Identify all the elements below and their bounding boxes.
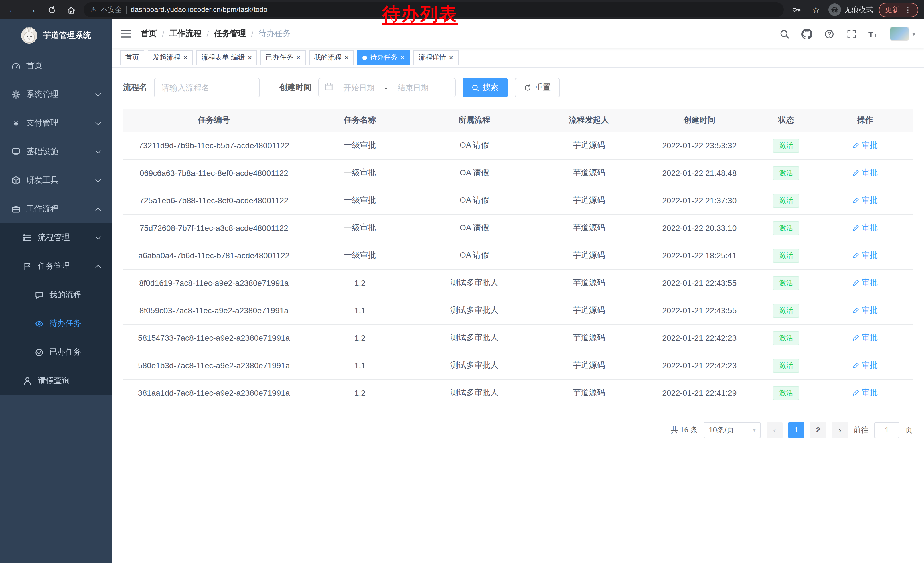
tab-process-detail[interactable]: 流程详情 × xyxy=(413,50,458,65)
date-range-picker[interactable]: - xyxy=(318,78,456,98)
approve-link[interactable]: 审批 xyxy=(852,333,878,343)
task-name: 一级审批 xyxy=(304,132,415,159)
chevron-down-icon xyxy=(95,234,101,240)
close-icon[interactable]: × xyxy=(449,54,453,61)
pagination-total: 共 16 条 xyxy=(670,425,698,435)
end-date-input[interactable] xyxy=(391,83,435,92)
bookmark-star-icon[interactable]: ☆ xyxy=(809,3,823,17)
update-button[interactable]: 更新 ⋮ xyxy=(879,3,918,17)
tab-todo-tasks[interactable]: 待办任务 × xyxy=(357,50,410,65)
breadcrumb-task-management[interactable]: 任务管理 xyxy=(214,29,246,39)
search-icon[interactable] xyxy=(778,27,791,40)
svg-text:T: T xyxy=(874,32,878,38)
breadcrumb-workflow[interactable]: 工作流程 xyxy=(170,29,201,39)
fullscreen-icon[interactable] xyxy=(845,27,858,40)
approve-link[interactable]: 审批 xyxy=(852,195,878,206)
tab-process-form-edit[interactable]: 流程表单-编辑 × xyxy=(196,50,257,65)
approve-link[interactable]: 审批 xyxy=(852,140,878,151)
browser-menu-icon[interactable]: ⋮ xyxy=(904,5,912,14)
close-icon[interactable]: × xyxy=(400,54,405,61)
search-button[interactable]: 搜索 xyxy=(463,78,508,98)
tab-label: 待办任务 xyxy=(370,53,398,62)
cube-icon xyxy=(12,176,21,185)
sidebar-item-todo-tasks[interactable]: 待办任务 xyxy=(0,309,112,338)
tab-start-process[interactable]: 发起流程 × xyxy=(148,50,193,65)
prev-page-button[interactable]: ‹ xyxy=(766,422,783,438)
active-dot xyxy=(363,55,367,60)
help-icon[interactable] xyxy=(823,27,836,40)
close-icon[interactable]: × xyxy=(183,54,188,61)
status-badge: 激活 xyxy=(773,166,800,180)
reset-button[interactable]: 重置 xyxy=(514,78,560,98)
gear-icon xyxy=(12,90,21,99)
github-icon[interactable] xyxy=(801,27,813,40)
approve-link[interactable]: 审批 xyxy=(852,305,878,315)
omnibox-divider xyxy=(126,6,127,14)
table-row: 381aa1dd-7ac8-11ec-a9e2-a2380e71991a 1.2… xyxy=(123,379,912,407)
tab-done-tasks[interactable]: 已办任务 × xyxy=(261,50,305,65)
sidebar-item-infrastructure[interactable]: 基础设施 xyxy=(0,137,112,166)
approve-link[interactable]: 审批 xyxy=(852,223,878,233)
jump-page-input[interactable] xyxy=(874,422,899,438)
start-date-input[interactable] xyxy=(337,83,381,92)
sidebar-item-my-process[interactable]: 我的流程 xyxy=(0,281,112,309)
table-row: a6aba0a4-7b6d-11ec-b781-acde48001122 一级审… xyxy=(123,242,912,269)
approve-link[interactable]: 审批 xyxy=(852,360,878,371)
page-button-1[interactable]: 1 xyxy=(788,422,804,438)
sidebar-collapse-icon[interactable] xyxy=(120,28,132,39)
table-row: 58154733-7ac8-11ec-a9e2-a2380e71991a 1.2… xyxy=(123,324,912,352)
calendar-icon xyxy=(325,83,333,93)
task-id: 580e1b3d-7ac8-11ec-a9e2-a2380e71991a xyxy=(123,352,304,379)
next-page-button[interactable]: › xyxy=(832,422,848,438)
reload-icon[interactable] xyxy=(45,3,58,17)
sidebar-item-label: 工作流程 xyxy=(26,204,58,214)
sidebar-item-home[interactable]: 首页 xyxy=(0,51,112,80)
breadcrumb-separator: / xyxy=(251,29,254,38)
top-navbar: 首页 / 工作流程 / 任务管理 / 待办任务 xyxy=(112,20,924,48)
password-key-icon[interactable] xyxy=(789,3,803,17)
close-icon[interactable]: × xyxy=(296,54,300,61)
sidebar-item-process-management[interactable]: 流程管理 xyxy=(0,224,112,252)
sidebar-item-task-management[interactable]: 任务管理 xyxy=(0,252,112,281)
chevron-down-icon xyxy=(95,148,101,154)
tab-home[interactable]: 首页 xyxy=(120,50,144,65)
app-window: 芋道管理系统 首页 系统管理 ¥ 支付管理 xyxy=(0,20,924,563)
approve-link[interactable]: 审批 xyxy=(852,278,878,288)
pencil-icon xyxy=(852,197,859,204)
sidebar-item-leave-query[interactable]: 请假查询 xyxy=(0,366,112,395)
approve-link[interactable]: 审批 xyxy=(852,388,878,398)
search-icon xyxy=(472,84,479,92)
sidebar-item-system[interactable]: 系统管理 xyxy=(0,80,112,109)
page-button-2[interactable]: 2 xyxy=(810,422,826,438)
sidebar-item-label: 流程管理 xyxy=(38,233,70,243)
font-size-icon[interactable]: TT xyxy=(868,27,880,40)
initiator: 芋道源码 xyxy=(534,379,644,407)
page-size-select[interactable]: 10条/页 ▾ xyxy=(704,422,761,438)
user-menu[interactable]: ▾ xyxy=(890,27,915,41)
task-name: 一级审批 xyxy=(304,214,415,242)
sidebar-item-dev-tools[interactable]: 研发工具 xyxy=(0,166,112,195)
tab-my-process[interactable]: 我的流程 × xyxy=(309,50,354,65)
approve-link[interactable]: 审批 xyxy=(852,168,878,178)
app-logo[interactable]: 芋道管理系统 xyxy=(0,20,112,51)
svg-text:T: T xyxy=(868,30,873,39)
task-name: 一级审批 xyxy=(304,159,415,187)
forward-icon[interactable]: → xyxy=(25,3,39,17)
process-name-input[interactable] xyxy=(154,78,260,98)
breadcrumb-home[interactable]: 首页 xyxy=(141,29,157,39)
home-icon[interactable] xyxy=(64,3,78,17)
close-icon[interactable]: × xyxy=(345,54,349,61)
chevron-up-icon xyxy=(95,208,101,213)
sidebar-item-done-tasks[interactable]: 已办任务 xyxy=(0,338,112,366)
back-icon[interactable]: ← xyxy=(6,3,20,17)
approve-link[interactable]: 审批 xyxy=(852,250,878,261)
create-time: 2022-01-21 22:43:55 xyxy=(644,269,754,297)
col-status: 状态 xyxy=(754,109,818,132)
sidebar-item-payment[interactable]: ¥ 支付管理 xyxy=(0,109,112,137)
tab-label: 已办任务 xyxy=(266,53,293,62)
not-secure-warning-icon: ⚠ xyxy=(90,6,97,14)
sidebar-item-workflow[interactable]: 工作流程 xyxy=(0,195,112,224)
create-time: 2022-01-21 22:43:55 xyxy=(644,297,754,324)
sidebar-item-label: 请假查询 xyxy=(38,376,70,386)
close-icon[interactable]: × xyxy=(248,54,252,61)
